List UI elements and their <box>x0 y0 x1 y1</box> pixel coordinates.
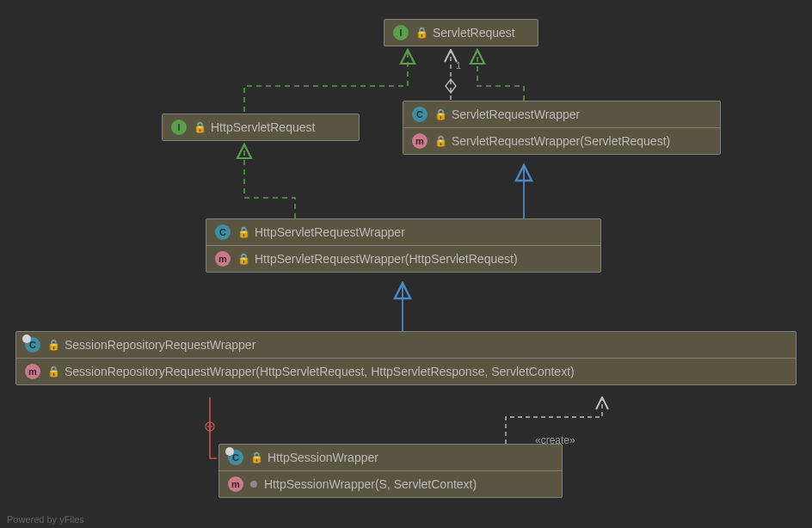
method-icon: m <box>228 476 243 492</box>
lock-open-icon: 🔒 <box>47 339 58 351</box>
node-http-session-wrapper[interactable]: C 🔒 HttpSessionWrapper m HttpSessionWrap… <box>218 444 563 498</box>
class-title: ServletRequestWrapper <box>452 107 580 121</box>
lock-icon: 🔒 <box>434 135 445 147</box>
constructor: ServletRequestWrapper(ServletRequest) <box>452 134 670 148</box>
interface-icon: I <box>171 120 187 135</box>
lock-icon: 🔒 <box>415 27 426 39</box>
node-servlet-request[interactable]: I 🔒 ServletRequest <box>384 19 538 46</box>
class-title: ServletRequest <box>433 26 515 40</box>
constructor: SessionRepositoryRequestWrapper(HttpServ… <box>65 365 575 378</box>
class-title: HttpServletRequestWrapper <box>255 225 405 239</box>
method-icon: m <box>25 364 40 379</box>
lock-icon: 🔒 <box>237 226 248 238</box>
node-http-servlet-request-wrapper[interactable]: C 🔒 HttpServletRequestWrapper m 🔒 HttpSe… <box>206 218 601 273</box>
interface-icon: I <box>393 25 409 40</box>
method-icon: m <box>412 133 428 149</box>
method-icon: m <box>215 251 231 267</box>
class-title: HttpServletRequest <box>211 120 315 134</box>
class-icon: C <box>215 224 231 240</box>
node-servlet-request-wrapper[interactable]: C 🔒 ServletRequestWrapper m 🔒 ServletReq… <box>403 101 721 155</box>
lock-open-icon: 🔒 <box>47 365 58 378</box>
lock-open-icon: 🔒 <box>250 451 261 464</box>
class-icon: C <box>25 337 40 353</box>
package-visibility-icon <box>250 481 257 488</box>
node-http-servlet-request[interactable]: I 🔒 HttpServletRequest <box>162 114 360 141</box>
node-session-repository-request-wrapper[interactable]: C 🔒 SessionRepositoryRequestWrapper m 🔒 … <box>15 331 797 385</box>
constructor: HttpServletRequestWrapper(HttpServletReq… <box>255 252 518 266</box>
class-icon: C <box>228 450 243 465</box>
svg-text:1: 1 <box>456 60 461 71</box>
class-icon: C <box>412 107 428 122</box>
svg-point-1 <box>206 422 214 431</box>
class-title: SessionRepositoryRequestWrapper <box>65 338 255 352</box>
footer-credit: Powered by yFiles <box>7 514 84 525</box>
lock-icon: 🔒 <box>237 253 248 265</box>
class-title: HttpSessionWrapper <box>268 451 378 464</box>
lock-icon: 🔒 <box>194 121 204 133</box>
lock-icon: 🔒 <box>434 108 445 120</box>
constructor: HttpSessionWrapper(S, ServletContext) <box>264 477 477 491</box>
